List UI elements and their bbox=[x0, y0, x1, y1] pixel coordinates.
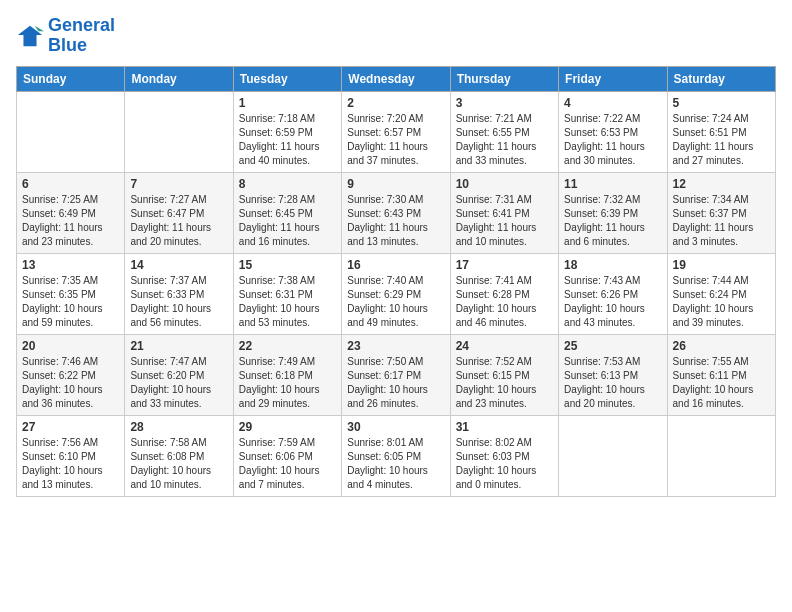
day-number: 7 bbox=[130, 177, 227, 191]
day-number: 17 bbox=[456, 258, 553, 272]
week-row-5: 27Sunrise: 7:56 AM Sunset: 6:10 PM Dayli… bbox=[17, 415, 776, 496]
column-header-saturday: Saturday bbox=[667, 66, 775, 91]
calendar-cell: 8Sunrise: 7:28 AM Sunset: 6:45 PM Daylig… bbox=[233, 172, 341, 253]
day-number: 12 bbox=[673, 177, 770, 191]
day-number: 30 bbox=[347, 420, 444, 434]
calendar-cell: 17Sunrise: 7:41 AM Sunset: 6:28 PM Dayli… bbox=[450, 253, 558, 334]
day-number: 2 bbox=[347, 96, 444, 110]
calendar-cell: 22Sunrise: 7:49 AM Sunset: 6:18 PM Dayli… bbox=[233, 334, 341, 415]
day-info: Sunrise: 7:59 AM Sunset: 6:06 PM Dayligh… bbox=[239, 436, 336, 492]
calendar-cell: 31Sunrise: 8:02 AM Sunset: 6:03 PM Dayli… bbox=[450, 415, 558, 496]
day-number: 29 bbox=[239, 420, 336, 434]
calendar-cell: 21Sunrise: 7:47 AM Sunset: 6:20 PM Dayli… bbox=[125, 334, 233, 415]
day-number: 26 bbox=[673, 339, 770, 353]
calendar-cell: 23Sunrise: 7:50 AM Sunset: 6:17 PM Dayli… bbox=[342, 334, 450, 415]
day-number: 6 bbox=[22, 177, 119, 191]
day-number: 11 bbox=[564, 177, 661, 191]
day-info: Sunrise: 7:52 AM Sunset: 6:15 PM Dayligh… bbox=[456, 355, 553, 411]
calendar-cell: 13Sunrise: 7:35 AM Sunset: 6:35 PM Dayli… bbox=[17, 253, 125, 334]
day-info: Sunrise: 7:34 AM Sunset: 6:37 PM Dayligh… bbox=[673, 193, 770, 249]
day-number: 3 bbox=[456, 96, 553, 110]
day-number: 23 bbox=[347, 339, 444, 353]
day-number: 15 bbox=[239, 258, 336, 272]
day-info: Sunrise: 7:44 AM Sunset: 6:24 PM Dayligh… bbox=[673, 274, 770, 330]
logo-icon bbox=[16, 22, 44, 50]
day-number: 28 bbox=[130, 420, 227, 434]
day-info: Sunrise: 7:41 AM Sunset: 6:28 PM Dayligh… bbox=[456, 274, 553, 330]
day-info: Sunrise: 7:31 AM Sunset: 6:41 PM Dayligh… bbox=[456, 193, 553, 249]
calendar-cell: 1Sunrise: 7:18 AM Sunset: 6:59 PM Daylig… bbox=[233, 91, 341, 172]
day-number: 27 bbox=[22, 420, 119, 434]
calendar-cell bbox=[559, 415, 667, 496]
calendar-cell bbox=[17, 91, 125, 172]
calendar-cell: 10Sunrise: 7:31 AM Sunset: 6:41 PM Dayli… bbox=[450, 172, 558, 253]
calendar-cell: 5Sunrise: 7:24 AM Sunset: 6:51 PM Daylig… bbox=[667, 91, 775, 172]
day-number: 9 bbox=[347, 177, 444, 191]
calendar-cell bbox=[125, 91, 233, 172]
day-info: Sunrise: 7:58 AM Sunset: 6:08 PM Dayligh… bbox=[130, 436, 227, 492]
calendar-cell: 11Sunrise: 7:32 AM Sunset: 6:39 PM Dayli… bbox=[559, 172, 667, 253]
calendar-table: SundayMondayTuesdayWednesdayThursdayFrid… bbox=[16, 66, 776, 497]
calendar-cell: 30Sunrise: 8:01 AM Sunset: 6:05 PM Dayli… bbox=[342, 415, 450, 496]
calendar-cell: 20Sunrise: 7:46 AM Sunset: 6:22 PM Dayli… bbox=[17, 334, 125, 415]
day-info: Sunrise: 7:28 AM Sunset: 6:45 PM Dayligh… bbox=[239, 193, 336, 249]
day-info: Sunrise: 7:56 AM Sunset: 6:10 PM Dayligh… bbox=[22, 436, 119, 492]
week-row-2: 6Sunrise: 7:25 AM Sunset: 6:49 PM Daylig… bbox=[17, 172, 776, 253]
day-info: Sunrise: 7:24 AM Sunset: 6:51 PM Dayligh… bbox=[673, 112, 770, 168]
day-info: Sunrise: 7:49 AM Sunset: 6:18 PM Dayligh… bbox=[239, 355, 336, 411]
calendar-cell: 25Sunrise: 7:53 AM Sunset: 6:13 PM Dayli… bbox=[559, 334, 667, 415]
day-number: 21 bbox=[130, 339, 227, 353]
day-info: Sunrise: 7:25 AM Sunset: 6:49 PM Dayligh… bbox=[22, 193, 119, 249]
day-info: Sunrise: 8:01 AM Sunset: 6:05 PM Dayligh… bbox=[347, 436, 444, 492]
day-info: Sunrise: 7:20 AM Sunset: 6:57 PM Dayligh… bbox=[347, 112, 444, 168]
day-info: Sunrise: 7:38 AM Sunset: 6:31 PM Dayligh… bbox=[239, 274, 336, 330]
calendar-cell: 9Sunrise: 7:30 AM Sunset: 6:43 PM Daylig… bbox=[342, 172, 450, 253]
calendar-cell bbox=[667, 415, 775, 496]
calendar-cell: 15Sunrise: 7:38 AM Sunset: 6:31 PM Dayli… bbox=[233, 253, 341, 334]
column-header-sunday: Sunday bbox=[17, 66, 125, 91]
day-info: Sunrise: 7:47 AM Sunset: 6:20 PM Dayligh… bbox=[130, 355, 227, 411]
day-info: Sunrise: 7:22 AM Sunset: 6:53 PM Dayligh… bbox=[564, 112, 661, 168]
logo: General Blue bbox=[16, 16, 115, 56]
day-info: Sunrise: 7:37 AM Sunset: 6:33 PM Dayligh… bbox=[130, 274, 227, 330]
calendar-cell: 16Sunrise: 7:40 AM Sunset: 6:29 PM Dayli… bbox=[342, 253, 450, 334]
day-number: 10 bbox=[456, 177, 553, 191]
day-number: 19 bbox=[673, 258, 770, 272]
calendar-cell: 27Sunrise: 7:56 AM Sunset: 6:10 PM Dayli… bbox=[17, 415, 125, 496]
day-number: 22 bbox=[239, 339, 336, 353]
day-info: Sunrise: 7:53 AM Sunset: 6:13 PM Dayligh… bbox=[564, 355, 661, 411]
logo-text: General Blue bbox=[48, 16, 115, 56]
column-header-monday: Monday bbox=[125, 66, 233, 91]
column-header-thursday: Thursday bbox=[450, 66, 558, 91]
day-number: 5 bbox=[673, 96, 770, 110]
day-info: Sunrise: 7:43 AM Sunset: 6:26 PM Dayligh… bbox=[564, 274, 661, 330]
day-info: Sunrise: 7:55 AM Sunset: 6:11 PM Dayligh… bbox=[673, 355, 770, 411]
calendar-cell: 12Sunrise: 7:34 AM Sunset: 6:37 PM Dayli… bbox=[667, 172, 775, 253]
calendar-cell: 29Sunrise: 7:59 AM Sunset: 6:06 PM Dayli… bbox=[233, 415, 341, 496]
calendar-cell: 18Sunrise: 7:43 AM Sunset: 6:26 PM Dayli… bbox=[559, 253, 667, 334]
day-info: Sunrise: 7:27 AM Sunset: 6:47 PM Dayligh… bbox=[130, 193, 227, 249]
day-info: Sunrise: 7:40 AM Sunset: 6:29 PM Dayligh… bbox=[347, 274, 444, 330]
day-number: 14 bbox=[130, 258, 227, 272]
calendar-cell: 28Sunrise: 7:58 AM Sunset: 6:08 PM Dayli… bbox=[125, 415, 233, 496]
calendar-cell: 4Sunrise: 7:22 AM Sunset: 6:53 PM Daylig… bbox=[559, 91, 667, 172]
day-number: 25 bbox=[564, 339, 661, 353]
day-number: 31 bbox=[456, 420, 553, 434]
week-row-3: 13Sunrise: 7:35 AM Sunset: 6:35 PM Dayli… bbox=[17, 253, 776, 334]
day-info: Sunrise: 7:32 AM Sunset: 6:39 PM Dayligh… bbox=[564, 193, 661, 249]
calendar-cell: 3Sunrise: 7:21 AM Sunset: 6:55 PM Daylig… bbox=[450, 91, 558, 172]
calendar-cell: 2Sunrise: 7:20 AM Sunset: 6:57 PM Daylig… bbox=[342, 91, 450, 172]
calendar-cell: 6Sunrise: 7:25 AM Sunset: 6:49 PM Daylig… bbox=[17, 172, 125, 253]
day-number: 16 bbox=[347, 258, 444, 272]
week-row-4: 20Sunrise: 7:46 AM Sunset: 6:22 PM Dayli… bbox=[17, 334, 776, 415]
day-info: Sunrise: 7:46 AM Sunset: 6:22 PM Dayligh… bbox=[22, 355, 119, 411]
day-number: 4 bbox=[564, 96, 661, 110]
calendar-cell: 7Sunrise: 7:27 AM Sunset: 6:47 PM Daylig… bbox=[125, 172, 233, 253]
calendar-cell: 26Sunrise: 7:55 AM Sunset: 6:11 PM Dayli… bbox=[667, 334, 775, 415]
page-header: General Blue bbox=[16, 16, 776, 56]
day-number: 13 bbox=[22, 258, 119, 272]
calendar-cell: 24Sunrise: 7:52 AM Sunset: 6:15 PM Dayli… bbox=[450, 334, 558, 415]
calendar-cell: 19Sunrise: 7:44 AM Sunset: 6:24 PM Dayli… bbox=[667, 253, 775, 334]
column-header-friday: Friday bbox=[559, 66, 667, 91]
day-number: 1 bbox=[239, 96, 336, 110]
